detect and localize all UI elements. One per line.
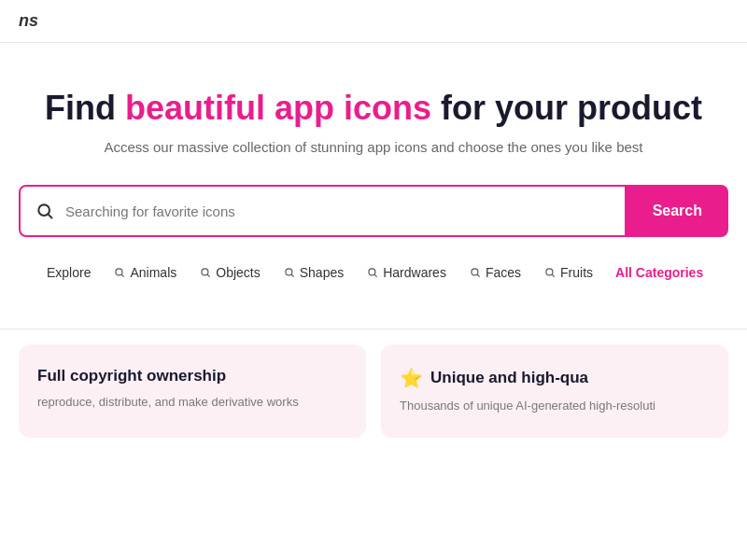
hero-section: Find beautiful app icons for your produc… (0, 43, 747, 314)
search-icon (35, 202, 54, 220)
feature-card-unique-text: Thousands of unique AI-generated high-re… (400, 397, 710, 415)
feature-card-copyright-text: reproduce, distribute, and make derivati… (37, 393, 347, 412)
hero-title: Find beautiful app icons for your produc… (19, 88, 728, 128)
search-input[interactable] (65, 203, 610, 219)
feature-title-text-copyright: Full copyright ownership (37, 367, 226, 385)
hero-title-highlight: beautiful app icons (125, 89, 431, 127)
section-divider (0, 329, 747, 329)
svg-point-2 (116, 269, 122, 275)
feature-card-unique-title: ⭐ Unique and high-qua (400, 367, 710, 389)
search-small-icon-3 (283, 266, 296, 279)
feature-title-text-unique: Unique and high-qua (430, 369, 588, 387)
category-label-shapes: Shapes (300, 265, 344, 280)
svg-line-11 (477, 274, 480, 277)
search-small-icon-5 (469, 266, 482, 279)
category-item-all[interactable]: All Categories (606, 259, 712, 286)
header: ns (0, 0, 747, 43)
svg-point-10 (472, 269, 478, 275)
features-section: Full copyright ownership reproduce, dist… (0, 344, 747, 438)
category-label-animals: Animals (130, 265, 176, 280)
category-label-fruits: Fruits (560, 265, 593, 280)
hero-title-end: for your product (431, 89, 702, 127)
category-label-explore: Explore (47, 265, 91, 280)
search-button[interactable]: Search (627, 185, 728, 237)
feature-card-copyright-title: Full copyright ownership (37, 367, 347, 385)
category-item-faces[interactable]: Faces (459, 259, 530, 286)
search-input-wrapper (19, 185, 627, 237)
hero-subtitle: Access our massive collection of stunnin… (19, 139, 728, 155)
svg-point-4 (202, 269, 208, 275)
search-small-icon-2 (199, 266, 212, 279)
svg-point-12 (546, 269, 553, 275)
category-item-explore[interactable]: Explore (37, 259, 100, 286)
svg-point-8 (369, 269, 375, 275)
feature-card-unique: ⭐ Unique and high-qua Thousands of uniqu… (381, 344, 728, 438)
category-item-fruits[interactable]: Fruits (534, 259, 602, 286)
category-label-faces: Faces (486, 265, 521, 280)
category-bar: Explore Animals Objects Shapes Hardwares… (19, 259, 728, 286)
svg-line-7 (291, 274, 294, 277)
category-label-hardwares: Hardwares (383, 265, 446, 280)
svg-line-5 (207, 274, 210, 277)
svg-line-13 (552, 274, 555, 277)
svg-point-6 (286, 269, 292, 275)
svg-line-9 (374, 274, 377, 277)
category-item-animals[interactable]: Animals (104, 259, 186, 286)
star-icon: ⭐ (400, 367, 423, 389)
search-small-icon-4 (366, 266, 379, 279)
category-label-objects: Objects (216, 265, 260, 280)
category-item-hardwares[interactable]: Hardwares (357, 259, 456, 286)
search-small-icon-6 (543, 266, 557, 279)
hero-title-start: Find (45, 89, 125, 127)
category-label-all: All Categories (615, 265, 703, 280)
category-item-objects[interactable]: Objects (190, 259, 269, 286)
feature-card-copyright: Full copyright ownership reproduce, dist… (19, 344, 366, 438)
search-bar: Search (19, 185, 728, 237)
logo: ns (19, 11, 38, 31)
svg-line-3 (122, 274, 125, 277)
category-item-shapes[interactable]: Shapes (274, 259, 353, 286)
svg-line-1 (49, 215, 52, 218)
search-small-icon (113, 266, 126, 279)
